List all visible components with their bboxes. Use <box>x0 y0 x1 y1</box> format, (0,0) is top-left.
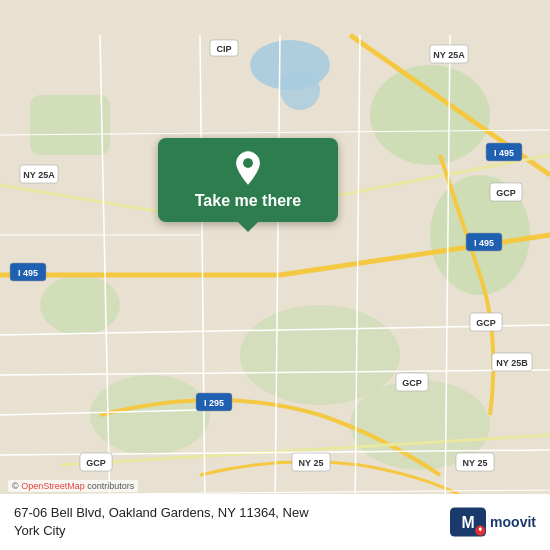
map-container: NY 25A CIP NY 25A NY 25A I 495 I 495 I 4… <box>0 0 550 550</box>
map-background: NY 25A CIP NY 25A NY 25A I 495 I 495 I 4… <box>0 0 550 550</box>
address-line2: York City <box>14 522 309 540</box>
svg-text:CIP: CIP <box>216 44 231 54</box>
osm-text: © OpenStreetMap contributors <box>12 481 134 491</box>
svg-text:GCP: GCP <box>86 458 106 468</box>
svg-text:NY 25A: NY 25A <box>433 50 465 60</box>
svg-point-9 <box>280 70 320 110</box>
svg-text:I 295: I 295 <box>204 398 224 408</box>
osm-attribution: © OpenStreetMap contributors <box>8 480 138 492</box>
svg-text:NY 25: NY 25 <box>463 458 488 468</box>
svg-text:I 495: I 495 <box>474 238 494 248</box>
svg-text:NY 25: NY 25 <box>299 458 324 468</box>
svg-text:GCP: GCP <box>402 378 422 388</box>
svg-text:GCP: GCP <box>496 188 516 198</box>
svg-rect-3 <box>30 95 110 155</box>
moovit-icon: M <box>450 504 486 540</box>
bottom-bar: 67-06 Bell Blvd, Oakland Gardens, NY 113… <box>0 494 550 550</box>
svg-text:GCP: GCP <box>476 318 496 328</box>
svg-text:I 495: I 495 <box>18 268 38 278</box>
svg-point-63 <box>479 528 482 531</box>
svg-point-4 <box>40 275 120 335</box>
svg-text:M: M <box>462 514 475 531</box>
svg-point-5 <box>240 305 400 405</box>
svg-text:NY 25B: NY 25B <box>496 358 528 368</box>
location-pin-icon <box>230 150 266 186</box>
svg-point-59 <box>243 158 253 168</box>
address-line1: 67-06 Bell Blvd, Oakland Gardens, NY 113… <box>14 504 309 522</box>
svg-text:NY 25A: NY 25A <box>23 170 55 180</box>
tooltip-label: Take me there <box>195 192 301 210</box>
moovit-text: moovit <box>490 514 536 530</box>
address-block: 67-06 Bell Blvd, Oakland Gardens, NY 113… <box>14 504 309 540</box>
moovit-logo: M moovit <box>450 504 536 540</box>
svg-text:I 495: I 495 <box>494 148 514 158</box>
svg-point-1 <box>370 65 490 165</box>
take-me-there-button[interactable]: Take me there <box>158 138 338 222</box>
